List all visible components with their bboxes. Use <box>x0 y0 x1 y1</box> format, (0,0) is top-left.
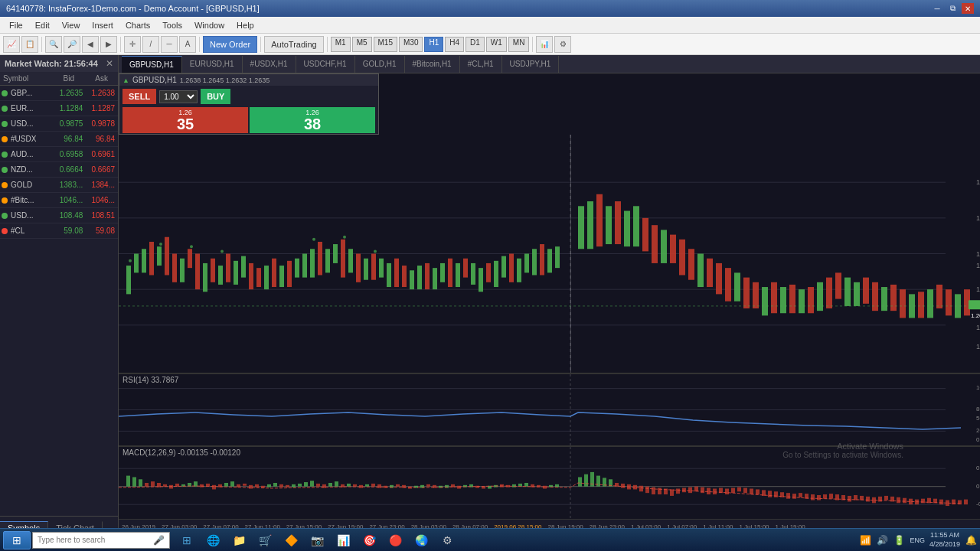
task-app8-button[interactable]: 🔴 <box>383 531 407 549</box>
settings-button[interactable]: ⚙ <box>554 36 571 53</box>
menu-tools[interactable]: Tools <box>156 19 188 31</box>
market-watch-close[interactable]: ✕ <box>106 58 113 69</box>
list-item[interactable]: GBP... 1.2635 1.2638 <box>0 86 118 101</box>
symbol-name: USD... <box>9 119 54 128</box>
task-photo-button[interactable]: 📷 <box>305 531 329 549</box>
chart-tab-gbpusd[interactable]: GBPUSD,H1 <box>122 56 182 73</box>
task-present-button[interactable]: 📊 <box>331 531 355 549</box>
list-item[interactable]: GOLD 1383... 1384... <box>0 178 118 193</box>
list-item[interactable]: NZD... 0.6664 0.6667 <box>0 162 118 178</box>
chart-tab-usdjpy[interactable]: USDJPY,H1 <box>502 56 560 73</box>
tf-m15[interactable]: M15 <box>374 37 397 52</box>
scroll-left-button[interactable]: ◀ <box>82 36 99 53</box>
menu-view[interactable]: View <box>56 19 87 31</box>
buy-button[interactable]: BUY <box>201 89 230 104</box>
tf-m30[interactable]: M30 <box>399 37 423 52</box>
start-button[interactable]: ⊞ <box>3 531 31 549</box>
tf-m1[interactable]: M1 <box>331 37 351 52</box>
chart-tab-eurusd[interactable]: EURUSD,H1 <box>182 56 243 73</box>
list-item[interactable]: #USDX 96.84 96.84 <box>0 132 118 147</box>
svg-rect-28 <box>295 259 299 278</box>
menu-help[interactable]: Help <box>230 19 260 31</box>
menu-charts[interactable]: Charts <box>119 19 156 31</box>
auto-trading-button[interactable]: AutoTrading <box>264 36 324 53</box>
crosshair-button[interactable]: ✛ <box>124 36 141 53</box>
svg-rect-249 <box>823 494 827 499</box>
task-apps-button[interactable]: ⊞ <box>175 531 199 549</box>
svg-rect-94 <box>854 282 860 306</box>
sys-network-icon[interactable]: 📶 <box>859 534 871 546</box>
task-files-button[interactable]: 📁 <box>227 531 251 549</box>
list-item[interactable]: #Bitc... 1046... 1046... <box>0 193 118 208</box>
line-button[interactable]: / <box>142 36 159 53</box>
list-item[interactable]: #CL 59.08 59.08 <box>0 223 118 239</box>
tf-m5[interactable]: M5 <box>352 37 372 52</box>
scroll-right-button[interactable]: ▶ <box>100 36 117 53</box>
svg-rect-43 <box>410 270 414 289</box>
task-app7-button[interactable]: 🎯 <box>357 531 381 549</box>
svg-rect-268 <box>939 500 943 505</box>
svg-rect-16 <box>203 263 207 292</box>
sys-battery-icon[interactable]: 🔋 <box>893 534 905 546</box>
volume-select[interactable]: 1.00 <box>159 90 198 103</box>
template-button[interactable]: 📋 <box>21 36 38 53</box>
chart-tab-usdx[interactable]: #USDX,H1 <box>243 56 296 73</box>
tf-w1[interactable]: W1 <box>486 37 507 52</box>
search-bar[interactable]: 🎤 <box>32 532 170 549</box>
new-order-button[interactable]: New Order <box>203 36 257 53</box>
chart-tab-usdchf[interactable]: USDCHF,H1 <box>296 56 355 73</box>
taskbar-left: ⊞ 🎤 ⊞ 🌐 📁 🛒 🔶 📷 📊 🎯 🔴 🌏 ⚙ <box>3 531 459 549</box>
list-item[interactable]: USD... 0.9875 0.9878 <box>0 116 118 132</box>
svg-rect-77 <box>697 254 704 288</box>
chart-tab-gold[interactable]: GOLD,H1 <box>355 56 405 73</box>
task-app9-button[interactable]: ⚙ <box>435 531 459 549</box>
hline-button[interactable]: ─ <box>161 36 178 53</box>
status-dot <box>2 213 8 219</box>
ask-price: 1.2638 <box>86 89 118 97</box>
text-button[interactable]: A <box>179 36 196 53</box>
menu-window[interactable]: Window <box>188 19 230 31</box>
zoom-out-button[interactable]: 🔎 <box>64 36 80 53</box>
task-ai-button[interactable]: 🔶 <box>279 531 303 549</box>
tf-mn[interactable]: MN <box>508 37 530 52</box>
indicator-button[interactable]: 📊 <box>536 36 553 53</box>
ask-price: 59.08 <box>86 227 118 235</box>
task-store-button[interactable]: 🛒 <box>253 531 277 549</box>
list-item[interactable]: EUR... 1.1284 1.1287 <box>0 101 118 116</box>
tf-h4[interactable]: H4 <box>445 37 464 52</box>
notifications-icon[interactable]: 🔔 <box>965 534 977 546</box>
symbol-name: USD... <box>9 211 54 220</box>
svg-rect-84 <box>762 287 768 315</box>
svg-rect-202 <box>524 483 528 487</box>
sell-button[interactable]: SELL <box>122 89 156 104</box>
tf-d1[interactable]: D1 <box>466 37 485 52</box>
restore-button[interactable]: ⧉ <box>946 3 959 14</box>
svg-text:0.0008: 0.0008 <box>976 465 980 471</box>
svg-text:50: 50 <box>976 415 980 422</box>
toolbar-separator-3 <box>199 37 200 52</box>
tf-h1[interactable]: H1 <box>424 37 443 52</box>
svg-rect-30 <box>310 249 315 277</box>
main-chart[interactable]: 1.2750 1.2700 1.2688 1.2675 1.2650 1.263… <box>119 135 980 534</box>
svg-rect-256 <box>866 497 870 502</box>
search-input[interactable] <box>38 536 153 544</box>
minimize-button[interactable]: ─ <box>931 3 943 14</box>
new-chart-button[interactable]: 📈 <box>3 36 20 53</box>
chart-tab-bitcoin[interactable]: #Bitcoin,H1 <box>405 56 460 73</box>
svg-rect-73 <box>661 230 667 263</box>
menu-file[interactable]: File <box>3 19 29 31</box>
chart-tab-cl[interactable]: #CL,H1 <box>460 56 502 73</box>
close-button[interactable]: ✕ <box>962 3 974 14</box>
language-indicator[interactable]: ENG <box>910 536 925 544</box>
task-chrome-button[interactable]: 🌏 <box>409 531 433 549</box>
task-edge-button[interactable]: 🌐 <box>201 531 225 549</box>
market-watch-rows: GBP... 1.2635 1.2638 EUR... 1.1284 1.128… <box>0 86 118 516</box>
sys-volume-icon[interactable]: 🔊 <box>876 534 888 546</box>
market-watch-columns: Symbol Bid Ask <box>0 72 118 86</box>
list-item[interactable]: AUD... 0.6958 0.6961 <box>0 147 118 162</box>
list-item[interactable]: USD... 108.48 108.51 <box>0 208 118 223</box>
zoom-in-button[interactable]: 🔍 <box>45 36 62 53</box>
menu-edit[interactable]: Edit <box>29 19 56 31</box>
svg-text:1.2688: 1.2688 <box>976 250 980 258</box>
menu-insert[interactable]: Insert <box>86 19 119 31</box>
